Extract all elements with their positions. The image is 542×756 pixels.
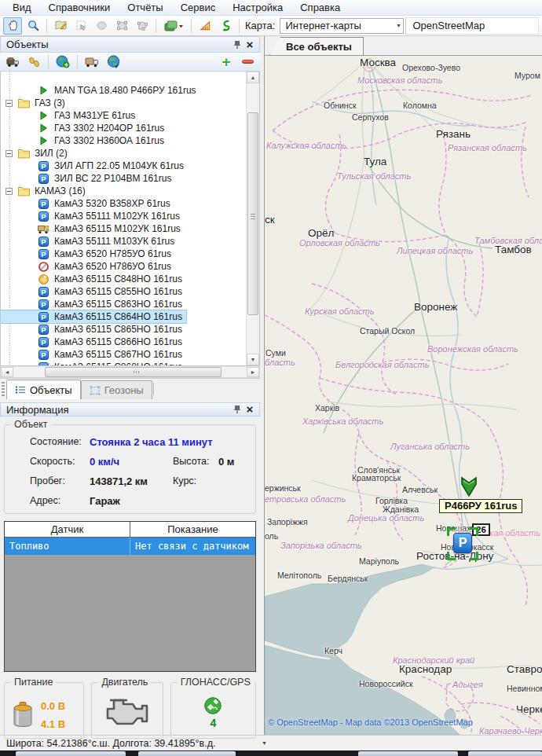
rectangle-tool-icon[interactable] — [112, 17, 131, 35]
remove-object-button[interactable] — [238, 53, 257, 71]
edit-geozones-icon[interactable] — [51, 17, 70, 35]
toolbar-separator — [156, 19, 156, 33]
menu-item[interactable]: Справочники — [41, 0, 119, 15]
tree-item-label: КамАЗ 65115 М102УК 161rus — [53, 222, 182, 235]
map-source-combobox[interactable]: Интернет-карты ▾ — [280, 18, 404, 34]
tree-item[interactable]: PКамАЗ 6520 Н785УО 61rus — [1, 248, 246, 260]
tree-item[interactable]: КамАЗ 6520 Н786УО 61rus — [1, 260, 246, 273]
sensor-row[interactable]: ТопливоНет связи с датчиком — [5, 538, 255, 555]
tree-item[interactable]: PКамАЗ 65115 С863НО 161rus — [1, 298, 246, 310]
power-voltage-1: 0.0 В — [41, 700, 65, 712]
tree-expander-icon[interactable] — [5, 150, 13, 157]
map-label: Краснодар — [399, 663, 452, 675]
parked-icon: P — [38, 325, 49, 335]
show-track-icon[interactable] — [216, 17, 235, 35]
scroll-up-icon[interactable]: ▲ — [247, 72, 259, 83]
objects-panel-header: Объекты × — [0, 36, 260, 53]
menu-item[interactable]: Справка — [292, 0, 348, 15]
drag-handle[interactable] — [2, 382, 5, 397]
menu-item[interactable]: Настройка — [225, 0, 291, 15]
map-source-value: Интернет-карты — [285, 20, 361, 31]
pin-icon[interactable] — [231, 39, 244, 51]
add-object-button[interactable]: + — [217, 53, 236, 71]
tree-item[interactable]: ГАЗ 3302 Н360ОА 161rus — [1, 134, 246, 147]
map-label: Москва — [360, 57, 396, 68]
map-provider-field[interactable]: OpenStreetMap — [405, 17, 539, 35]
menu-item[interactable]: Вид — [5, 0, 39, 15]
moving-icon — [38, 123, 49, 134]
tab-objects[interactable]: Объекты — [6, 380, 81, 399]
tree-item[interactable]: PКамАЗ 65115 С864НО 161rus — [1, 310, 246, 323]
tree-item[interactable]: PКамАЗ 65115 С867НО 161rus — [1, 348, 246, 361]
globe-add-icon[interactable] — [53, 53, 72, 71]
toolbar-separator — [77, 55, 78, 69]
map-canvas[interactable]: МоскваОрехово-ЗуевоМуромМосковская облас… — [265, 56, 542, 735]
tree-item-label: КамАЗ 65115 С867НО 161rus — [53, 348, 184, 361]
tree-group[interactable]: ГАЗ (3) — [1, 97, 246, 109]
layers-icon[interactable] — [160, 17, 187, 35]
parked-icon: P — [38, 237, 49, 247]
tree-item[interactable]: PКамАЗ 55111 М102УК 161rus — [1, 210, 246, 222]
scroll-right-icon[interactable]: ► — [247, 367, 259, 377]
map-label: Ставрополь — [507, 663, 542, 675]
scrollbar-thumb[interactable] — [45, 367, 222, 377]
ellipse-tool-icon[interactable] — [92, 17, 111, 35]
folder-icon — [18, 186, 30, 196]
vehicle-tooltip-label: Р466РУ 161rus — [439, 499, 522, 513]
map-area: Все объекты — [265, 36, 542, 735]
tree-expander-icon[interactable] — [5, 100, 13, 107]
tree-item[interactable]: PКамАЗ 65115 С866НО 161rus — [1, 336, 246, 348]
close-icon[interactable]: × — [244, 39, 256, 51]
scroll-left-icon[interactable]: ◄ — [1, 367, 13, 377]
measure-ruler-icon[interactable] — [196, 17, 214, 35]
parked-icon: P — [38, 287, 49, 297]
tree-item[interactable]: ГАЗ 3302 Н204ОР 161rus — [1, 122, 246, 134]
left-panel-tabs: Объекты Геозоны — [0, 378, 260, 399]
tree-item[interactable]: PЗИЛ ВС 22 Р104ВМ 161rus — [1, 172, 246, 185]
main-toolbar: Карта: Интернет-карты ▾ OpenStreetMap — [0, 16, 542, 36]
pan-hand-icon[interactable] — [3, 17, 22, 35]
tab-geozones[interactable]: Геозоны — [81, 380, 152, 399]
tree-item[interactable]: PКамАЗ 65115 С865НО 161rus — [1, 323, 246, 336]
close-icon[interactable]: × — [244, 403, 256, 416]
parked-icon: P — [38, 174, 49, 184]
tree-item-label: КамАЗ 65115 С855НО 161rus — [53, 285, 184, 298]
tree-vertical-scrollbar[interactable]: ▲ ▼ — [246, 72, 259, 365]
scrollbar-thumb[interactable] — [247, 112, 258, 315]
menu-item[interactable]: Отчёты — [119, 0, 170, 15]
tree-item[interactable]: КамАЗ 65115 М102УК 161rus — [1, 222, 246, 235]
map-tab-all-objects[interactable]: Все объекты — [269, 37, 364, 55]
map-label: Коломна — [403, 101, 437, 110]
tree-item[interactable]: PКамАЗ 55111 М103УК 61rus — [1, 235, 246, 248]
tree-item[interactable]: MAN TGA 18.480 Р466РУ 161rus — [1, 84, 246, 97]
tree-group[interactable]: ЗИЛ (2) — [1, 147, 246, 160]
vehicle-truck-icon[interactable] — [3, 53, 22, 71]
no-gps-icon — [38, 274, 49, 284]
zoom-magnifier-icon[interactable] — [24, 17, 42, 35]
map-label: Карта: — [245, 20, 275, 31]
tree-item[interactable]: ГАЗ М431УЕ 61rus — [1, 109, 246, 122]
map-basemap — [265, 56, 542, 735]
polygon-tool-icon[interactable] — [133, 17, 152, 35]
chevron-down-icon[interactable]: ▾ — [262, 739, 266, 747]
tree-horizontal-scrollbar[interactable]: ◄ ► — [0, 366, 260, 378]
globe-check-icon[interactable] — [104, 53, 123, 71]
tree-group[interactable]: КАМАЗ (16) — [1, 185, 246, 197]
tree-item[interactable]: КамАЗ 65115 С848НО 161rus — [1, 273, 246, 285]
tree-item[interactable]: PКамАЗ 65115 С868НО 161rus — [1, 361, 246, 365]
footprints-icon[interactable] — [24, 53, 43, 71]
map-label: Харківська область — [302, 417, 383, 426]
map-label: Воронеж — [414, 301, 457, 313]
select-region-icon[interactable] — [71, 17, 90, 35]
gps-groupbox: ГЛОНАСС/GPS 4 — [170, 682, 256, 739]
menu-item[interactable]: Сервис — [173, 0, 224, 15]
tree-item[interactable]: PЗИЛ АГП 22.05 М104УК 61rus — [1, 160, 246, 172]
scroll-down-icon[interactable]: ▼ — [247, 354, 259, 365]
tree-item[interactable]: PКамАЗ 5320 В358ХР 61rus — [1, 197, 246, 210]
truck-monitor-icon[interactable] — [82, 53, 101, 71]
pin-icon[interactable] — [231, 403, 244, 416]
map-label: Алчевськ — [402, 485, 438, 494]
tree-expander-icon[interactable] — [5, 188, 13, 195]
tree-item[interactable]: PКамАЗ 65115 С855НО 161rus — [1, 285, 246, 298]
selected-vehicle-marker[interactable]: P — [447, 527, 478, 560]
